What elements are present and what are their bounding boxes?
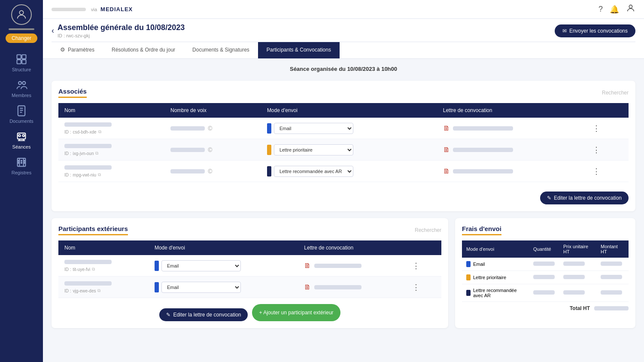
svg-point-20 xyxy=(18,160,19,161)
mode-select: Email Lettre prioritaire Lettre recomman… xyxy=(155,260,292,271)
tab-documents[interactable]: Documents & Signatures xyxy=(184,42,258,58)
frow2-prix xyxy=(559,271,596,284)
prow2-mode: Email Lettre prioritaire Lettre recomman… xyxy=(149,277,298,298)
brand-name: MEDIALEX xyxy=(100,6,133,12)
more-button[interactable]: ⋮ xyxy=(590,145,603,155)
row3-lettre: 🗎 xyxy=(437,161,584,182)
prow1-lettre: 🗎 xyxy=(298,255,403,277)
copy-icon[interactable]: ⧉ xyxy=(97,288,100,293)
table-row: ID : ixg-jvn-oun ⧉ © xyxy=(58,139,629,161)
total-label: Total HT xyxy=(570,305,590,311)
tab-participants[interactable]: Participants & Convocations xyxy=(258,42,340,58)
blue-dot xyxy=(155,261,159,271)
svg-point-23 xyxy=(21,162,22,163)
row2-nom: ID : ixg-jvn-oun ⧉ xyxy=(58,139,164,161)
col-nom: Nom xyxy=(58,103,164,118)
title-group: Assemblée générale du 10/08/2023 ID : rw… xyxy=(58,23,185,38)
copy-icon[interactable]: ⧉ xyxy=(92,267,95,272)
prow2-nom: ID : vjg-ewe-des ⧉ xyxy=(58,277,149,298)
participants-search[interactable]: Rechercher xyxy=(415,227,441,233)
tab-resolutions[interactable]: Résolutions & Ordre du jour xyxy=(103,42,184,58)
row3-mode: Email Lettre prioritaire Lettre recomman… xyxy=(261,161,437,182)
lettre-bar xyxy=(314,264,361,268)
copy-icon[interactable]: ⧉ xyxy=(98,172,101,177)
frow3-montant xyxy=(596,284,629,302)
avatar[interactable] xyxy=(11,4,32,25)
sidebar-item-structure[interactable]: Structure xyxy=(0,50,43,76)
page-header: ‹ Assemblée générale du 10/08/2023 ID : … xyxy=(43,19,644,59)
page-title: Assemblée générale du 10/08/2023 xyxy=(58,23,185,32)
prow1-nom: ID : tit-uye-fvi ⧉ xyxy=(58,255,149,277)
sidebar-item-registres[interactable]: Registres xyxy=(0,153,43,179)
orange-dot xyxy=(267,145,271,155)
orange-dot xyxy=(466,274,471,280)
fcol-montant: Montant HT xyxy=(596,240,629,258)
edit-icon: ✎ xyxy=(166,312,170,318)
change-button[interactable]: Changer xyxy=(6,33,37,43)
copy-icon[interactable]: ⧉ xyxy=(98,129,101,134)
sidebar-divider-bar xyxy=(9,28,34,30)
lettre-bar xyxy=(453,148,513,152)
sidebar-item-membres-label: Membres xyxy=(12,93,31,98)
user-icon[interactable] xyxy=(626,3,635,15)
envoyer-convocations-button[interactable]: ✉ Envoyer les convocations xyxy=(555,24,635,37)
send-mode-select[interactable]: Email Lettre prioritaire Lettre recomman… xyxy=(274,144,353,155)
sidebar-item-documents[interactable]: Documents xyxy=(0,101,43,127)
row1-lettre: 🗎 xyxy=(437,118,584,139)
row3-voix: © xyxy=(164,161,261,182)
row2-voix: © xyxy=(164,139,261,161)
sidebar-item-registres-label: Registres xyxy=(12,170,31,175)
send-mode-select[interactable]: Email Lettre prioritaire Lettre recomman… xyxy=(161,260,241,271)
edit-letter-associes-button[interactable]: ✎ Editer la lettre de convocation xyxy=(540,192,629,204)
edit-letter-participants-button[interactable]: ✎ Editer la lettre de convocation xyxy=(159,308,248,321)
sidebar-item-documents-label: Documents xyxy=(9,119,33,124)
svg-point-0 xyxy=(19,11,23,15)
envelope-icon: ✉ xyxy=(562,28,567,34)
svg-point-22 xyxy=(21,160,22,161)
svg-rect-1 xyxy=(17,55,21,59)
frais-table: Mode d'envoi Quantité Prix unitaire HT M… xyxy=(462,240,629,302)
main-content: via MEDIALEX ? 🔔 ‹ Assemblée générale du… xyxy=(43,0,644,362)
row1-id: ID : csd-bdh-xde ⧉ xyxy=(64,129,158,134)
send-mode-select[interactable]: Email Lettre prioritaire Lettre recomman… xyxy=(161,282,241,293)
pcol-actions xyxy=(404,240,441,255)
associes-header: Associés Rechercher xyxy=(58,88,629,98)
svg-point-6 xyxy=(22,82,25,85)
participants-title: Participants extérieurs xyxy=(58,225,128,235)
send-mode-select[interactable]: Email Lettre prioritaire Lettre recomman… xyxy=(274,166,353,177)
send-mode-select[interactable]: Email Lettre prioritaire Lettre recomman… xyxy=(274,123,353,134)
row2-more: ⋮ xyxy=(584,139,629,161)
row2-mode: Email Lettre prioritaire Lettre recomman… xyxy=(261,139,437,161)
back-arrow[interactable]: ‹ xyxy=(52,26,54,35)
svg-rect-7 xyxy=(18,106,25,116)
page-id: ID : rwc-szv-gkj xyxy=(58,33,185,38)
mode-select: Email Lettre prioritaire Lettre recomman… xyxy=(267,144,431,155)
bell-icon[interactable]: 🔔 xyxy=(610,5,619,14)
add-participant-button[interactable]: + Ajouter un participant extérieur xyxy=(252,304,340,321)
row1-more: ⋮ xyxy=(584,118,629,139)
more-button[interactable]: ⋮ xyxy=(590,123,603,134)
frow1-montant xyxy=(596,258,629,271)
header-row: ‹ Assemblée générale du 10/08/2023 ID : … xyxy=(52,23,635,38)
sidebar-item-membres[interactable]: Membres xyxy=(0,76,43,101)
participants-card: Participants extérieurs Rechercher Nom M… xyxy=(52,218,448,328)
tab-parametres[interactable]: ⚙ Paramètres xyxy=(52,42,103,58)
mode-select: Email Lettre prioritaire Lettre recomman… xyxy=(267,123,431,134)
seance-title: Séance organisée du 10/08/2023 à 10h00 xyxy=(52,66,635,72)
prow1-mode: Email Lettre prioritaire Lettre recomman… xyxy=(149,255,298,277)
row1-mode: Email Lettre prioritaire Lettre recomman… xyxy=(261,118,437,139)
svg-point-11 xyxy=(18,134,21,137)
associes-search[interactable]: Rechercher xyxy=(602,90,629,96)
help-icon[interactable]: ? xyxy=(598,5,603,14)
more-button[interactable]: ⋮ xyxy=(410,282,422,292)
gear-icon: ⚙ xyxy=(60,46,65,53)
via-text: via xyxy=(91,7,97,12)
col-lettre: Lettre de convocation xyxy=(437,103,584,118)
topbar: via MEDIALEX ? 🔔 xyxy=(43,0,644,19)
svg-point-24 xyxy=(24,160,25,161)
more-button[interactable]: ⋮ xyxy=(590,166,603,176)
sidebar-item-seances[interactable]: Séances xyxy=(0,127,43,153)
row3-nom: ID : mpg-vwt-niu ⧉ xyxy=(58,161,164,182)
copy-icon[interactable]: ⧉ xyxy=(95,151,98,156)
more-button[interactable]: ⋮ xyxy=(410,261,422,271)
